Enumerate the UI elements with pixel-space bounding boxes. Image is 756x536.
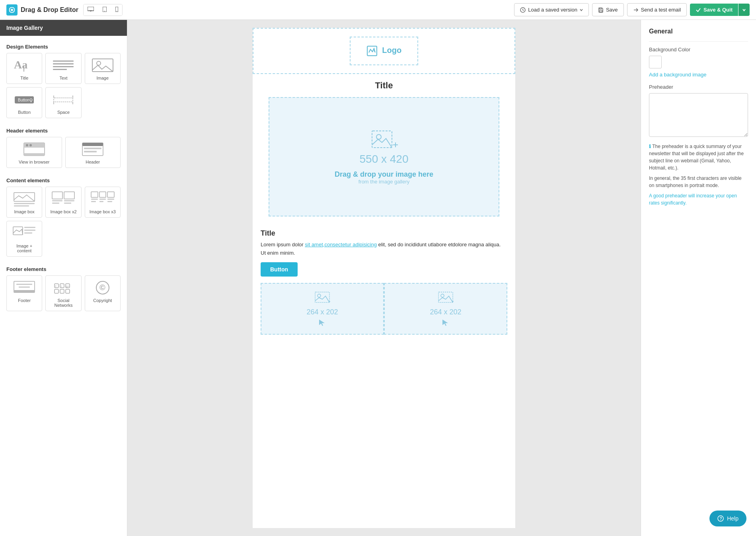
preheader-info: ℹ The preheader is a quick summary of yo… [649,143,748,207]
image-icon [91,57,115,73]
element-header-label: Header [86,160,100,164]
element-social[interactable]: ftg+ Social Networks [45,275,81,311]
canvas-title[interactable]: Title [253,74,515,97]
element-button[interactable]: Button Button [6,87,42,118]
canvas-image-row: 264 x 202 264 x 202 [261,283,507,335]
info-icon: ℹ [649,144,651,149]
content-para: Lorem ipsum dolor sit amet,consectetur a… [261,241,507,257]
element-view-browser[interactable]: View in browser [6,137,62,168]
design-elements-grid: Aa Title Text Image Button [0,53,127,123]
content-link[interactable]: sit amet,consectetur adipisicing [305,242,377,248]
footer-elements-grid: Footer ftg+ Social Networks © Copyright [0,275,127,316]
element-header[interactable]: Header [65,137,121,168]
svg-point-4 [104,11,105,12]
svg-rect-76 [372,131,392,148]
element-imagebox3-label: Image box x3 [90,209,116,214]
svg-rect-35 [84,148,101,149]
preheader-input[interactable] [649,93,748,137]
svg-text:g+: g+ [66,285,69,288]
svg-rect-62 [19,287,30,288]
chevron-down-icon [580,8,583,12]
svg-rect-43 [64,200,74,201]
element-space[interactable]: Space [45,87,81,118]
element-image-label: Image [97,76,109,80]
canvas-logo-icon [366,45,378,57]
svg-rect-9 [600,8,602,9]
svg-text:Aa: Aa [14,58,27,71]
logo-icon [6,4,18,16]
element-imagebox2-label: Image box x2 [50,209,76,214]
svg-rect-16 [53,69,67,70]
element-footer[interactable]: Footer [6,275,42,311]
svg-rect-0 [88,7,94,11]
save-quit-dropdown-btn[interactable] [738,4,750,16]
element-text[interactable]: Text [45,53,81,84]
cursor-icon-1 [318,319,326,326]
element-imagebox[interactable]: Image box [6,187,42,218]
bg-color-swatch[interactable] [649,56,662,68]
sidebar: Image Gallery Design Elements Aa Title T… [0,20,127,536]
save-btn[interactable]: Save [592,3,624,16]
svg-rect-80 [315,292,329,302]
send-test-btn[interactable]: Send a test email [627,3,687,16]
email-canvas: Logo Title 550 x 420 Drag & drop your i [253,28,515,528]
svg-rect-61 [16,284,32,285]
send-icon [633,7,639,13]
canvas-image-cell-2[interactable]: 264 x 202 [384,283,507,335]
element-imagebox3[interactable]: Image box x3 [85,187,121,218]
section-design-label: Design Elements [0,39,127,53]
chevron-down-white-icon [742,8,746,12]
svg-rect-12 [23,66,24,72]
drop-image-icon [370,129,398,153]
add-bg-link[interactable]: Add a background image [649,72,748,78]
canvas-logo-block[interactable]: Logo [253,28,515,74]
panel-title: General [649,28,748,35]
space-icon [51,92,75,107]
svg-point-31 [29,144,32,146]
load-saved-btn[interactable]: Load a saved version [514,3,589,16]
content-title: Title [261,229,507,238]
desktop-btn[interactable] [84,4,98,16]
svg-rect-52 [91,201,96,202]
element-image[interactable]: Image [85,53,121,84]
element-imagecontent[interactable]: Image + content [6,221,42,257]
svg-point-77 [376,134,381,139]
help-button[interactable]: ? Help [709,511,746,526]
svg-rect-48 [107,192,114,197]
svg-rect-70 [60,289,64,293]
svg-point-75 [374,51,375,52]
preheader-label: Preheader [649,84,748,90]
element-title[interactable]: Aa Title [6,53,42,84]
app-logo: Drag & Drop Editor [6,4,78,16]
svg-point-18 [97,61,101,65]
header-icon [81,141,105,157]
topbar-left: Drag & Drop Editor [6,4,123,16]
svg-marker-89 [442,320,448,326]
mobile-btn[interactable] [111,4,122,16]
canvas-cta-button[interactable]: Button [261,262,298,277]
svg-rect-51 [107,199,114,200]
svg-rect-41 [64,192,74,199]
canvas-image-cell-1[interactable]: 264 x 202 [261,283,384,335]
element-imagebox2[interactable]: Image box x2 [45,187,81,218]
svg-rect-38 [14,203,35,204]
element-copyright[interactable]: © Copyright [85,275,121,311]
footer-icon [12,280,36,296]
svg-rect-15 [53,66,74,67]
drop-size-text: 550 x 420 [360,153,409,166]
save-quit-btn[interactable]: Save & Quit [690,4,738,16]
svg-rect-39 [14,205,29,207]
svg-rect-54 [107,201,112,202]
view-browser-icon [22,141,46,157]
button-icon: Button [12,92,36,107]
svg-rect-71 [66,289,70,293]
svg-rect-49 [91,199,98,200]
topbar: Drag & Drop Editor Load a saved version … [0,0,756,20]
svg-rect-45 [64,203,71,204]
image-cell1-icon [314,291,330,306]
canvas-image-drop[interactable]: 550 x 420 Drag & drop your image here fr… [269,97,499,216]
content-elements-grid: Image box Image box x2 Image box x3 Imag… [0,187,127,261]
tablet-btn[interactable] [99,4,111,16]
section-content-label: Content elements [0,173,127,187]
element-space-label: Space [57,110,70,115]
